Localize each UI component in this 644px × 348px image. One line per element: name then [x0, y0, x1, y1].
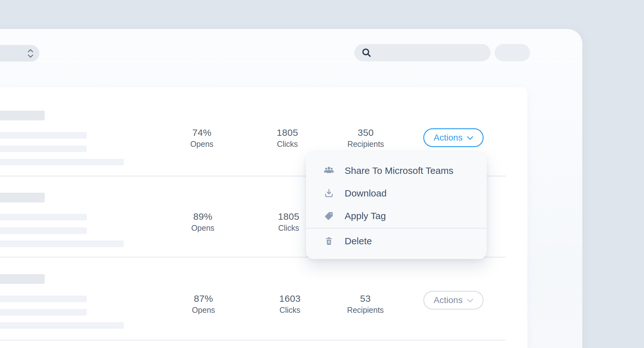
- trash-icon: [323, 235, 335, 247]
- search-input[interactable]: [373, 48, 491, 58]
- campaign-text-skeleton: [0, 214, 87, 220]
- campaign-text-skeleton: [0, 296, 87, 302]
- clicks-label: Clicks: [255, 305, 325, 315]
- campaign-text-skeleton: [0, 322, 124, 329]
- campaign-text-skeleton: [0, 132, 87, 139]
- campaign-title-skeleton: [0, 274, 45, 284]
- recipients-label: Recipients: [331, 305, 400, 315]
- menu-divider: [306, 228, 487, 229]
- row-divider: [0, 340, 506, 340]
- recipients-value: 350: [331, 127, 400, 138]
- menu-item-label: Share To Microsoft Teams: [345, 165, 453, 176]
- opens-stat: 89% Opens: [168, 211, 237, 233]
- menu-item-apply-tag[interactable]: Apply Tag: [306, 205, 487, 227]
- people-icon: [323, 165, 335, 176]
- recipients-stat: 350 Recipients: [331, 127, 400, 149]
- campaign-title-skeleton: [0, 193, 45, 202]
- opens-label: Opens: [169, 305, 238, 315]
- filter-select[interactable]: [0, 45, 39, 62]
- opens-value: 87%: [169, 293, 238, 304]
- header-action-pill[interactable]: [495, 44, 530, 61]
- campaign-text-skeleton: [0, 159, 124, 165]
- recipients-label: Recipients: [331, 139, 400, 149]
- download-icon: [323, 188, 335, 199]
- campaign-text-skeleton: [0, 309, 87, 316]
- opens-label: Opens: [168, 223, 237, 233]
- opens-label: Opens: [167, 139, 236, 149]
- opens-value: 89%: [168, 211, 237, 222]
- recipients-value: 53: [331, 293, 400, 304]
- search-icon: [361, 47, 373, 59]
- actions-button-active[interactable]: Actions: [423, 128, 484, 147]
- campaign-text-skeleton: [0, 146, 87, 152]
- opens-stat: 74% Opens: [167, 127, 236, 149]
- actions-dropdown-menu: Share To Microsoft Teams Download Apply …: [306, 152, 487, 259]
- menu-item-label: Apply Tag: [345, 211, 386, 221]
- search-bar[interactable]: [354, 44, 491, 61]
- clicks-stat: 1805 Clicks: [253, 127, 322, 149]
- opens-value: 74%: [167, 127, 236, 138]
- menu-item-label: Delete: [345, 236, 372, 246]
- email-campaign-screen: 74% Opens 1805 Clicks 350 Recipients Act…: [0, 0, 644, 348]
- actions-button[interactable]: Actions: [423, 291, 484, 310]
- menu-item-share-to-teams[interactable]: Share To Microsoft Teams: [306, 159, 487, 182]
- menu-item-delete[interactable]: Delete: [306, 229, 487, 253]
- chevron-down-icon: [467, 136, 473, 140]
- campaign-text-skeleton: [0, 240, 124, 247]
- clicks-stat: 1603 Clicks: [255, 293, 325, 315]
- campaign-title-skeleton: [0, 111, 45, 120]
- menu-item-label: Download: [345, 188, 386, 199]
- campaign-text-skeleton: [0, 227, 87, 234]
- clicks-value: 1805: [253, 127, 322, 138]
- tag-icon: [323, 210, 335, 222]
- opens-stat: 87% Opens: [169, 293, 238, 315]
- clicks-label: Clicks: [253, 139, 322, 149]
- clicks-value: 1603: [255, 293, 325, 304]
- recipients-stat: 53 Recipients: [331, 293, 400, 315]
- actions-button-label: Actions: [434, 133, 463, 143]
- menu-item-download[interactable]: Download: [306, 182, 487, 205]
- actions-button-label: Actions: [434, 295, 463, 305]
- chevron-down-icon: [467, 299, 473, 303]
- sort-chevrons-icon: [27, 48, 34, 58]
